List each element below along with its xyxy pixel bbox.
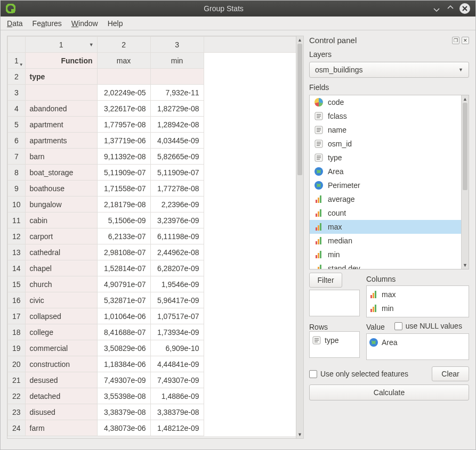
table-row[interactable]: 5 apartment 1,77957e-08 1,28942e-08 (8, 117, 296, 133)
row-name-cell[interactable] (25, 85, 97, 101)
row-min-cell[interactable]: 7,932e-11 (150, 85, 204, 101)
use-null-checkbox[interactable] (394, 322, 402, 330)
row-name-cell[interactable]: commercial (25, 340, 97, 356)
row-max-cell[interactable]: 1,52814e-07 (97, 260, 150, 276)
table-row[interactable]: 7 barn 9,11392e-08 5,82665e-09 (8, 149, 296, 165)
row-min-cell[interactable]: 2,2396e-09 (150, 197, 204, 212)
table-row[interactable]: 24 farm 4,38073e-06 1,48212e-09 (8, 420, 296, 436)
row-name-cell[interactable]: church (25, 276, 97, 292)
row-header[interactable]: 24 (8, 420, 26, 436)
row-name-cell[interactable]: barn (25, 149, 97, 165)
fields-list[interactable]: code fclass name osm_id type Area Perime… (310, 95, 461, 269)
drop-item-max[interactable]: max (369, 288, 466, 301)
row-min-cell[interactable]: 1,28942e-08 (150, 117, 204, 133)
drop-item-type[interactable]: type (312, 334, 357, 347)
menu-data[interactable]: Data (7, 19, 23, 28)
row-min-cell[interactable]: 1,73934e-09 (150, 324, 204, 340)
row-name-cell[interactable]: boat_storage (25, 165, 97, 181)
row-name-cell[interactable]: cathedral (25, 244, 97, 260)
menu-help[interactable]: Help (108, 19, 123, 28)
row-header[interactable]: 22 (8, 388, 26, 404)
row-min-cell[interactable]: 5,96417e-09 (150, 292, 204, 308)
panel-close-icon[interactable]: ✕ (462, 37, 469, 44)
row-name-cell[interactable]: detached (25, 388, 97, 404)
row-max-cell[interactable]: 3,55398e-08 (97, 388, 150, 404)
row-header[interactable]: 16 (8, 292, 26, 308)
use-only-selected-checkbox[interactable] (309, 370, 317, 378)
scroll-down-icon[interactable]: ▼ (462, 261, 469, 269)
row-min-cell[interactable]: 6,28207e-09 (150, 260, 204, 276)
row-header[interactable]: 7 (8, 149, 26, 165)
col-header-2[interactable]: 2 (97, 37, 150, 53)
row-min-cell[interactable]: 1,77278e-08 (150, 181, 204, 197)
panel-restore-icon[interactable]: ❐ (452, 37, 459, 44)
row-header[interactable]: 21 (8, 372, 26, 388)
close-button[interactable] (459, 3, 470, 14)
row-name-cell[interactable]: civic (25, 292, 97, 308)
row-max-cell[interactable]: 1,18384e-06 (97, 356, 150, 372)
row-min-cell[interactable]: 5,11909e-07 (150, 165, 204, 181)
row-min-cell[interactable]: 1,48212e-09 (150, 420, 204, 436)
table-row[interactable]: 19 commercial 3,50829e-06 6,909e-10 (8, 340, 296, 356)
layers-combobox[interactable]: osm_buildings ▼ (309, 62, 469, 78)
row-max-cell[interactable]: 4,90791e-07 (97, 276, 150, 292)
results-table[interactable]: 1 ▼ 2 3 1▼ Function max min 2 type (7, 36, 296, 436)
row-header[interactable]: 12 (8, 228, 26, 244)
row-header-1[interactable]: 1▼ (8, 53, 26, 69)
table-row[interactable]: 9 boathouse 1,71558e-07 1,77278e-08 (8, 181, 296, 197)
grid-corner[interactable] (8, 37, 26, 53)
field-item-fclass[interactable]: fclass (310, 109, 461, 123)
row-max-cell[interactable]: 6,2133e-07 (97, 228, 150, 244)
row-header[interactable]: 20 (8, 356, 26, 372)
scroll-up-icon[interactable]: ▲ (296, 36, 303, 44)
menu-window[interactable]: Window (71, 19, 98, 28)
fields-scrollbar[interactable]: ▲ ▼ (461, 95, 469, 269)
row-min-cell[interactable]: 7,49307e-09 (150, 372, 204, 388)
row-max-cell[interactable]: 5,11909e-07 (97, 165, 150, 181)
col-header-1[interactable]: 1 ▼ (25, 37, 97, 53)
scroll-thumb[interactable] (463, 103, 467, 190)
row-min-cell[interactable]: 1,07517e-07 (150, 308, 204, 324)
drop-item-Area[interactable]: Area (369, 336, 466, 349)
row-header[interactable]: 23 (8, 404, 26, 420)
type-label-cell[interactable]: type (25, 69, 97, 85)
row-max-cell[interactable]: 3,38379e-08 (97, 404, 150, 420)
row-max-cell[interactable]: 1,37719e-06 (97, 133, 150, 149)
row-header[interactable]: 3 (8, 85, 26, 101)
field-item-average[interactable]: average (310, 192, 461, 206)
scroll-down-icon[interactable]: ▼ (296, 431, 303, 438)
row-max-cell[interactable]: 1,77957e-08 (97, 117, 150, 133)
row-name-cell[interactable]: college (25, 324, 97, 340)
rows-dropzone[interactable]: type (309, 331, 360, 358)
row-max-cell[interactable]: 9,11392e-08 (97, 149, 150, 165)
table-row[interactable]: 4 abandoned 3,22617e-08 1,82729e-08 (8, 101, 296, 117)
row-min-cell[interactable]: 1,82729e-08 (150, 101, 204, 117)
row-header[interactable]: 13 (8, 244, 26, 260)
field-item-osm_id[interactable]: osm_id (310, 137, 461, 151)
field-item-Perimeter[interactable]: Perimeter (310, 178, 461, 192)
row-name-cell[interactable]: cabin (25, 212, 97, 228)
row-min-cell[interactable]: 4,03445e-09 (150, 133, 204, 149)
table-row[interactable]: 11 cabin 5,1506e-09 3,23976e-09 (8, 212, 296, 228)
scroll-thumb[interactable] (297, 44, 302, 175)
row-name-cell[interactable]: abandoned (25, 101, 97, 117)
col-header-3[interactable]: 3 (150, 37, 204, 53)
row-header[interactable]: 15 (8, 276, 26, 292)
row-max-cell[interactable]: 2,18179e-08 (97, 197, 150, 212)
row-name-cell[interactable]: desused (25, 372, 97, 388)
field-item-type[interactable]: type (310, 151, 461, 165)
row-header[interactable]: 11 (8, 212, 26, 228)
row-header-2[interactable]: 2 (8, 69, 26, 85)
row-min-cell[interactable]: 3,38379e-08 (150, 404, 204, 420)
calculate-button[interactable]: Calculate (309, 384, 469, 400)
row-max-cell[interactable]: 1,71558e-07 (97, 181, 150, 197)
clear-button[interactable]: Clear (432, 366, 469, 381)
row-min-cell[interactable]: 5,82665e-09 (150, 149, 204, 165)
table-row[interactable]: 23 disused 3,38379e-08 3,38379e-08 (8, 404, 296, 420)
row-max-cell[interactable]: 8,41688e-07 (97, 324, 150, 340)
table-row[interactable]: 15 church 4,90791e-07 1,9546e-09 (8, 276, 296, 292)
chevron-down-icon[interactable]: ▼ (89, 42, 94, 47)
row-min-cell[interactable]: 1,9546e-09 (150, 276, 204, 292)
row-max-cell[interactable]: 2,98108e-07 (97, 244, 150, 260)
row-min-cell[interactable]: 4,44841e-09 (150, 356, 204, 372)
